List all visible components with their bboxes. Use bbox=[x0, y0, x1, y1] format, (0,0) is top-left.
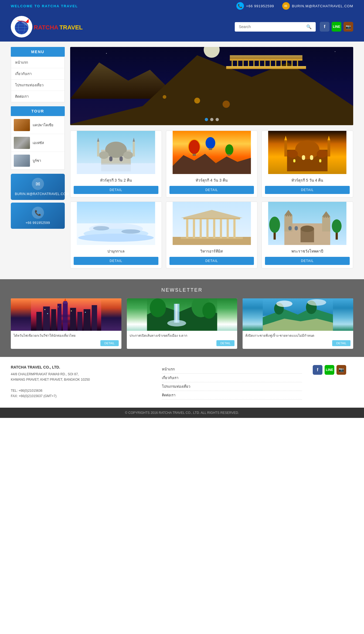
search-icon[interactable]: 🔍 bbox=[306, 24, 312, 29]
svg-point-27 bbox=[194, 98, 200, 104]
svg-rect-73 bbox=[310, 155, 313, 160]
detail-btn-5[interactable]: DETAIL bbox=[169, 257, 254, 265]
footer-nav-programs[interactable]: โปรแกรมท่องเที่ยว bbox=[162, 382, 302, 391]
menu-item-about[interactable]: เกี่ยวกับเรา bbox=[11, 68, 64, 80]
detail-btn-4[interactable]: DETAIL bbox=[74, 257, 158, 265]
svg-rect-21 bbox=[275, 61, 276, 66]
svg-rect-105 bbox=[288, 215, 289, 216]
footer-nav: หน้าแรก เกี่ยวกับเรา โปรแกรมท่องเที่ยว ต… bbox=[162, 365, 302, 400]
svg-point-82 bbox=[121, 229, 140, 234]
tour-card-image-4 bbox=[70, 202, 162, 245]
tour-card-4: ปามุกกาเล DETAIL bbox=[70, 202, 162, 268]
line-icon[interactable]: LINE bbox=[332, 22, 341, 32]
svg-rect-109 bbox=[324, 216, 325, 218]
phone-handset-icon: 📞 bbox=[32, 207, 44, 219]
svg-rect-15 bbox=[243, 61, 244, 66]
footer-main: RATCHA TRAVEL CO., LTD. 44/8 CHALERMPRAK… bbox=[0, 357, 364, 408]
header: RATCHA TRAVEL 🔍 f LINE 📷 bbox=[0, 12, 364, 42]
svg-point-29 bbox=[223, 101, 230, 108]
detail-btn-6[interactable]: DETAIL bbox=[265, 257, 350, 265]
svg-rect-114 bbox=[288, 226, 292, 230]
svg-rect-26 bbox=[230, 55, 302, 60]
tour-item-bursa[interactable]: บูร์ซา bbox=[11, 152, 64, 169]
svg-rect-124 bbox=[60, 315, 71, 317]
tour-thumb-bursa bbox=[14, 155, 30, 167]
newsletter-card-1: ไต้หวันไฟเขียวยกเว้นวีซ่าให้นักท่องเที่ย… bbox=[11, 298, 121, 349]
hero-image-svg bbox=[70, 47, 353, 125]
tour-card-body-4: ปามุกกาเล DETAIL bbox=[70, 245, 162, 268]
footer-instagram-icon[interactable]: 📷 bbox=[336, 365, 346, 375]
logo-area: RATCHA TRAVEL bbox=[11, 16, 83, 38]
detail-btn-3[interactable]: DETAIL bbox=[265, 186, 350, 194]
search-box[interactable]: 🔍 bbox=[235, 22, 316, 32]
footer-facebook-icon[interactable]: f bbox=[313, 365, 322, 375]
footer-social-icons: f LINE 📷 bbox=[313, 365, 353, 375]
slider-dot-3[interactable] bbox=[216, 118, 219, 121]
instagram-icon[interactable]: 📷 bbox=[343, 22, 353, 32]
logo-svg bbox=[12, 17, 31, 36]
menu-section: MENU หน้าแรก เกี่ยวกับเรา โปรแกรมท่องเที… bbox=[11, 47, 65, 102]
newsletter-text-2: ประกาศเปิดเส้นทางเข้าเขตกึ่งเมือง จ.ตาก bbox=[130, 333, 235, 338]
footer-line-icon[interactable]: LINE bbox=[325, 365, 334, 375]
svg-rect-91 bbox=[213, 219, 215, 238]
logo-text[interactable]: RATCHA TRAVEL bbox=[34, 24, 83, 31]
tour-card-body-3: ทัวร์ตุรกี 5 วัน 4 คืน DETAIL bbox=[262, 174, 353, 197]
svg-rect-130 bbox=[45, 309, 45, 310]
slider-dot-2[interactable] bbox=[210, 118, 213, 121]
menu-item-contact[interactable]: ติดต่อเรา bbox=[11, 91, 64, 102]
email-icon: ✉ bbox=[282, 2, 290, 10]
svg-point-45 bbox=[123, 151, 133, 159]
footer-bottom: © COPYRIGHTS 2016 RATCHA TRAVEL CO., LTD… bbox=[0, 408, 364, 418]
tour-item-ephesus[interactable]: เอเฟซัส bbox=[11, 134, 64, 152]
svg-point-139 bbox=[167, 320, 186, 326]
svg-rect-25 bbox=[297, 61, 298, 66]
newsletter-detail-btn-1[interactable]: DETAIL bbox=[100, 340, 119, 346]
svg-rect-117 bbox=[36, 312, 42, 331]
footer-address1: 44/8 CHALERMPRAKIAT RAMA9 RD., SOI 87, bbox=[11, 371, 151, 377]
newsletter-detail-btn-2[interactable]: DETAIL bbox=[216, 340, 235, 346]
footer-nav-home[interactable]: หน้าแรก bbox=[162, 365, 302, 374]
contact-info: 📞 +66 991952599 ✉ BURIN.M@RATCHATRAVEL.C… bbox=[236, 2, 353, 10]
newsletter-body-2: ประกาศเปิดเส้นทางเข้าเขตกึ่งเมือง จ.ตาก … bbox=[127, 331, 237, 349]
logo-ratcha: RATCHA bbox=[34, 24, 58, 31]
email-address: BURIN.M@RATCHATRAVEL.COM bbox=[292, 4, 353, 8]
copyright-text: © COPYRIGHTS 2016 RATCHA TRAVEL CO., LTD… bbox=[125, 411, 239, 415]
tour-list: แคปพาโดเซีย เอเฟซัส บูร์ซา bbox=[11, 116, 65, 170]
newsletter-detail-btn-3[interactable]: DETAIL bbox=[332, 340, 351, 346]
svg-rect-62 bbox=[227, 154, 230, 156]
tour-card-6: พระราชวังโทพคาปี DETAIL bbox=[261, 202, 353, 268]
svg-rect-72 bbox=[302, 155, 305, 160]
footer-tel: TEL: +66(0)21015636 bbox=[11, 388, 151, 393]
newsletter-text-3: สั่งปิดเกาะชายฟั่งฟูเจิ้าง-ชายหาดแบบไม่ม… bbox=[245, 333, 351, 338]
svg-rect-75 bbox=[319, 159, 321, 162]
facebook-icon[interactable]: f bbox=[320, 22, 329, 32]
city-img bbox=[11, 298, 121, 331]
svg-rect-92 bbox=[220, 219, 222, 238]
svg-rect-138 bbox=[175, 304, 177, 323]
footer-nav-contact[interactable]: ติดต่อเรา bbox=[162, 391, 302, 400]
main-area: ทัวร์ตุรกี 3 วัน 2 คืน DETAIL bbox=[70, 47, 353, 274]
svg-rect-86 bbox=[183, 218, 240, 219]
svg-point-28 bbox=[163, 95, 166, 99]
svg-rect-134 bbox=[85, 312, 86, 313]
svg-rect-74 bbox=[293, 159, 295, 162]
email-contact-box[interactable]: ✉ BURIN.M@RATCHATRAVEL.COM bbox=[11, 174, 65, 200]
footer-company-name: RATCHA TRAVEL CO., LTD. bbox=[11, 365, 151, 369]
slider-dot-1[interactable] bbox=[205, 118, 208, 121]
phone-contact-box[interactable]: 📞 +66 991952599 bbox=[11, 203, 65, 229]
menu-item-home[interactable]: หน้าแรก bbox=[11, 57, 64, 68]
detail-btn-2[interactable]: DETAIL bbox=[169, 186, 254, 194]
svg-rect-22 bbox=[281, 61, 282, 66]
svg-point-113 bbox=[301, 226, 314, 232]
menu-item-programs[interactable]: โปรแกรมท่องเที่ยว bbox=[11, 80, 64, 91]
footer-nav-about[interactable]: เกี่ยวกับเรา bbox=[162, 374, 302, 382]
tour-thumb-ephesus bbox=[14, 137, 30, 149]
detail-btn-1[interactable]: DETAIL bbox=[74, 186, 158, 194]
footer-address2: KHWANG PRAVET, KHET PRAVET, BANGKOK 1025… bbox=[11, 377, 151, 382]
search-input[interactable] bbox=[239, 25, 304, 29]
phone-number: +66 991952599 bbox=[246, 4, 274, 8]
tour-item-cappadocia[interactable]: แคปพาโดเซีย bbox=[11, 116, 64, 134]
svg-rect-122 bbox=[63, 301, 67, 304]
balloon-img bbox=[166, 131, 257, 174]
newsletter-img-3 bbox=[243, 298, 353, 331]
